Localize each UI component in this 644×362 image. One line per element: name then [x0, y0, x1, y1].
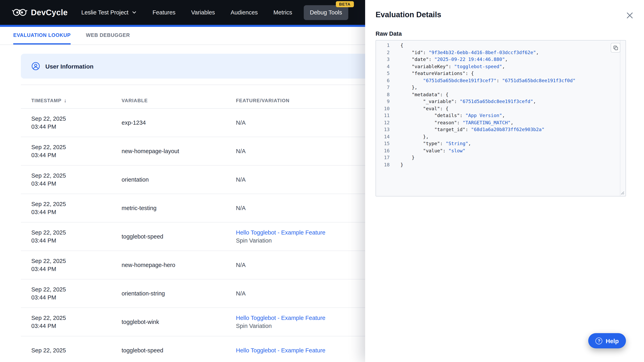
code-line: 16 "value": "slow" [376, 147, 626, 154]
line-number: 6 [376, 77, 390, 84]
timestamp-cell: Sep 22, 202503:44 PM [21, 257, 122, 273]
line-number: 8 [376, 91, 390, 98]
line-number: 18 [376, 161, 390, 168]
raw-data-label: Raw Data [376, 30, 402, 37]
code-line: 15 "type": "String", [376, 140, 626, 147]
code-text: "date": "2025-09-22 19:44:46.880", [390, 56, 508, 63]
line-number: 7 [376, 84, 390, 91]
timestamp-cell: Sep 22, 202503:44 PM [21, 200, 122, 216]
code-text: "metadata": { [390, 91, 448, 98]
banner-title: User Information [45, 63, 94, 69]
close-icon [626, 12, 633, 19]
code-line: 3 "date": "2025-09-22 19:44:46.880", [376, 56, 626, 63]
variable-cell: togglebot-speed [122, 233, 236, 241]
code-line: 17 } [376, 154, 626, 161]
nav-item-variables[interactable]: Variables [191, 9, 215, 16]
timestamp-cell: Sep 22, 2025 [21, 346, 122, 355]
code-lines: 1{2 "id": "9f3e4b32-6ebb-4d16-8bef-03dcc… [376, 42, 626, 168]
nav-item-audiences[interactable]: Audiences [230, 9, 258, 16]
help-button[interactable]: ? Help [588, 333, 626, 348]
code-line: 14 }, [376, 133, 626, 140]
line-number: 13 [376, 126, 390, 133]
code-line: 12 "reason": "TARGETING_MATCH", [376, 119, 626, 126]
help-icon: ? [596, 337, 602, 344]
code-text: "eval": { [390, 105, 448, 112]
debug-tools-button[interactable]: Debug Tools BETA [304, 5, 348, 20]
variable-cell: new-homepage-hero [122, 261, 236, 269]
line-number: 16 [376, 147, 390, 154]
beta-badge: BETA [336, 1, 354, 7]
tab-evaluation-lookup[interactable]: EVALUATION LOOKUP [13, 27, 70, 44]
variable-cell: togglebot-speed [122, 346, 236, 355]
variable-cell: exp-1234 [122, 119, 236, 127]
line-number: 4 [376, 63, 390, 70]
code-text: "featureVariations": { [390, 70, 474, 77]
code-line: 10 "eval": { [376, 105, 626, 112]
code-text: "id": "9f3e4b32-6ebb-4d16-8bef-03dccf3df… [390, 49, 539, 56]
copy-icon [613, 45, 618, 50]
line-number: 5 [376, 70, 390, 77]
code-text: "type": "String", [390, 140, 471, 147]
code-line: 8 "metadata": { [376, 91, 626, 98]
code-text: "variableKey": "togglebot-speed", [390, 63, 505, 70]
column-feature-label: FEATURE/VARIATION [236, 98, 290, 103]
code-scrollbar[interactable] [620, 40, 620, 196]
line-number: 14 [376, 133, 390, 140]
line-number: 15 [376, 140, 390, 147]
project-selector-label: Leslie Test Project [81, 9, 128, 16]
code-text: { [390, 42, 403, 49]
code-text: } [390, 161, 403, 168]
resize-grip-icon[interactable] [621, 191, 624, 195]
app-root: DevCycle Leslie Test Project Features Va… [0, 0, 644, 362]
tab-web-debugger[interactable]: WEB DEBUGGER [86, 27, 130, 44]
copy-button[interactable] [611, 43, 620, 52]
help-label: Help [606, 337, 619, 344]
code-line: 4 "variableKey": "togglebot-speed", [376, 63, 626, 70]
column-variable-label: VARIABLE [122, 98, 148, 103]
code-text: "details": "App Version", [390, 112, 505, 119]
line-number: 10 [376, 105, 390, 112]
code-text: "reason": "TARGETING_MATCH", [390, 119, 514, 126]
code-line: 1{ [376, 42, 626, 49]
timestamp-cell: Sep 22, 202503:44 PM [21, 143, 122, 159]
code-line: 9 "_variable": "6751d5a65bdc8ee191f3cefd… [376, 98, 626, 105]
timestamp-cell: Sep 22, 202503:44 PM [21, 115, 122, 131]
raw-data-code-block[interactable]: 1{2 "id": "9f3e4b32-6ebb-4d16-8bef-03dcc… [376, 40, 626, 196]
user-circle-icon [31, 62, 40, 70]
line-number: 12 [376, 119, 390, 126]
variable-cell: orientation-string [122, 290, 236, 298]
line-number: 9 [376, 98, 390, 105]
code-text: "_variable": "6751d5a65bdc8ee191f3cefd", [390, 98, 536, 105]
evaluation-details-panel: Evaluation Details Raw Data 1{2 "id": "9… [365, 0, 644, 362]
column-timestamp[interactable]: TIMESTAMP ↓ [21, 97, 122, 103]
brand-name: DevCycle [31, 8, 68, 17]
code-line: 6 "6751d5a65bdc8ee191f3cef7": "6751d5a65… [376, 77, 626, 84]
column-variable: VARIABLE [122, 98, 236, 103]
timestamp-cell: Sep 22, 202503:44 PM [21, 314, 122, 330]
variable-cell: togglebot-wink [122, 318, 236, 326]
close-button[interactable] [626, 11, 634, 19]
code-line: 18} [376, 161, 626, 168]
code-text: "value": "slow" [390, 147, 466, 154]
code-text: } [390, 154, 414, 161]
devcycle-goggles-icon [12, 7, 27, 18]
code-text: }, [390, 84, 417, 91]
nav-item-features[interactable]: Features [152, 9, 175, 16]
devcycle-logo[interactable]: DevCycle [12, 7, 68, 18]
debug-tools-label: Debug Tools [310, 9, 342, 16]
timestamp-cell: Sep 22, 202503:44 PM [21, 172, 122, 188]
code-line: 11 "details": "App Version", [376, 112, 626, 119]
variable-cell: metric-testing [122, 204, 236, 212]
code-line: 13 "target_id": "68d1a6a20b873ff62e903b2… [376, 126, 626, 133]
variable-cell: orientation [122, 176, 236, 184]
sort-desc-icon: ↓ [64, 97, 66, 103]
timestamp-cell: Sep 22, 202503:44 PM [21, 229, 122, 245]
line-number: 17 [376, 154, 390, 161]
code-text: "6751d5a65bdc8ee191f3cef7": "6751d5a65bd… [390, 77, 576, 84]
code-text: }, [390, 133, 429, 140]
nav-item-metrics[interactable]: Metrics [274, 9, 292, 16]
project-selector[interactable]: Leslie Test Project [81, 9, 136, 16]
code-line: 7 }, [376, 84, 626, 91]
line-number: 2 [376, 49, 390, 56]
code-line: 5 "featureVariations": { [376, 70, 626, 77]
